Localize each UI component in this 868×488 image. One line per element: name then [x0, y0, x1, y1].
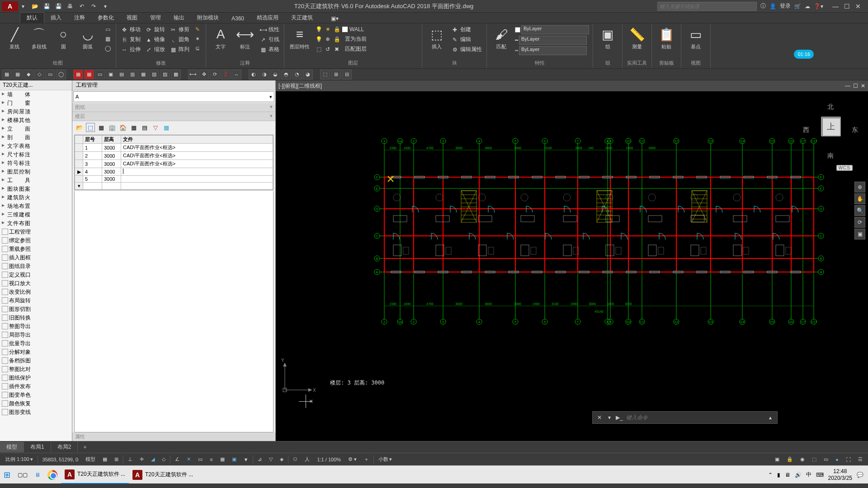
dyninput-icon[interactable]: ▭	[195, 455, 205, 463]
viewcube-east[interactable]: 东	[852, 126, 858, 134]
nav-zoom-icon[interactable]: 🔍	[854, 205, 865, 216]
explode-icon[interactable]: ✶	[193, 35, 202, 43]
autocad-logo-icon[interactable]: A	[2, 1, 18, 11]
table-row[interactable]: 53000	[75, 176, 273, 183]
drawing-section-header[interactable]: 图纸▾	[72, 103, 275, 112]
open-icon[interactable]: 📂	[30, 1, 40, 11]
sidebar-item-2[interactable]: 房间屋顶	[0, 108, 72, 116]
sidebar-subitem-9[interactable]: 图形切割	[0, 305, 72, 314]
tb-icon-18[interactable]: ✥	[199, 70, 209, 80]
tray-up-icon[interactable]: ⌃	[768, 472, 773, 478]
tb-icon-30[interactable]: ⊟	[342, 70, 352, 80]
infocenter-icon[interactable]: ⓘ	[760, 2, 766, 10]
tb-icon-2[interactable]: ▦	[13, 70, 23, 80]
sidebar-subitem-7[interactable]: 改变比例	[0, 288, 72, 296]
group-button[interactable]: ▣组	[597, 25, 618, 51]
floor-section-header[interactable]: 楼层▾	[72, 112, 275, 121]
tb-icon-7[interactable]: ▦	[73, 70, 83, 80]
fillet-button[interactable]: ◟圆角	[169, 35, 190, 44]
tray-clock[interactable]: 12:48 2020/3/25	[828, 468, 852, 481]
tb-icon-12[interactable]: ▥	[127, 70, 137, 80]
leader-button[interactable]: ↗引线	[259, 35, 280, 44]
tab-output[interactable]: 输出	[167, 13, 191, 23]
tb-icon-28[interactable]: ⬚	[320, 70, 330, 80]
sidebar-subitem-6[interactable]: 视口放大	[0, 279, 72, 288]
polar-toggle-icon[interactable]: ✛	[137, 455, 146, 463]
tab-default[interactable]: 默认	[20, 12, 44, 23]
layeriso-icon[interactable]: 💡	[315, 36, 322, 43]
select-floor-icon[interactable]: ⬚	[86, 123, 95, 132]
isodraft-toggle-icon[interactable]: ◢	[148, 455, 157, 463]
sidebar-item-0[interactable]: 墙 体	[0, 90, 72, 99]
cmd-expand-icon[interactable]: ▴	[765, 413, 775, 422]
tb-icon-15[interactable]: ▨	[160, 70, 170, 80]
tb-icon-10[interactable]: ▣	[106, 70, 116, 80]
project-dropdown[interactable]: A▾	[73, 91, 274, 102]
nav-orbit-icon[interactable]: ⟳	[854, 217, 865, 228]
signin-label[interactable]: 登录	[780, 2, 791, 10]
tray-input-icon[interactable]: ⌨	[816, 472, 824, 478]
viewport-maximize-icon[interactable]: ☐	[853, 83, 858, 89]
customize-icon[interactable]: ●	[833, 456, 841, 463]
tb-icon-3[interactable]: ◆	[24, 70, 33, 80]
tab-layout2[interactable]: 布局2	[51, 442, 78, 452]
help-dropdown-icon[interactable]: ❓▾	[814, 3, 823, 9]
hardware-accel-icon[interactable]: ⬚	[809, 455, 819, 463]
sidebar-item-10[interactable]: 工 具	[0, 176, 72, 185]
sidebar-subitem-18[interactable]: 插件发布	[0, 382, 72, 391]
rotate-button[interactable]: ⟳旋转	[144, 25, 166, 34]
layer-match-button[interactable]: 匹配图层	[345, 45, 367, 53]
selection-filter-icon[interactable]: ▽	[266, 455, 275, 463]
tray-notifications-icon[interactable]: 💬	[857, 472, 863, 478]
ortho-toggle-icon[interactable]: ⊥	[125, 455, 135, 463]
insert-block-button[interactable]: ⬚插入	[426, 25, 448, 51]
layer-prev-icon[interactable]: ↺	[324, 46, 331, 53]
sidebar-subitem-14[interactable]: 分解对象	[0, 348, 72, 357]
tray-network-icon[interactable]: 🖥	[785, 472, 790, 478]
tb-icon-6[interactable]: ◯	[56, 70, 66, 80]
tab-layout1[interactable]: 布局1	[24, 442, 51, 452]
tb-icon-23[interactable]: ◑	[259, 70, 269, 80]
text-button[interactable]: A文字	[210, 25, 231, 51]
tb-icon-27[interactable]: ◕	[303, 70, 313, 80]
close-button[interactable]: ✕	[855, 3, 861, 10]
exchange-icon[interactable]: 🛒	[794, 3, 801, 9]
create-block-button[interactable]: ✚创建	[450, 25, 483, 34]
sidebar-subitem-10[interactable]: 旧图转换	[0, 314, 72, 322]
dim-button[interactable]: ⟷标注	[234, 25, 256, 51]
tb-icon-13[interactable]: ▦	[138, 70, 148, 80]
dynamic-ucs-icon[interactable]: ⊿	[255, 455, 264, 463]
move-button[interactable]: ✥移动	[120, 25, 142, 34]
erase-icon[interactable]: ✎	[193, 25, 202, 33]
cmd-close-icon[interactable]: ✕	[594, 413, 604, 422]
fullscreen-icon[interactable]: ⛶	[843, 456, 854, 463]
taskview-button[interactable]: ▢▢	[14, 466, 31, 484]
tb-icon-11[interactable]: ▤	[117, 70, 127, 80]
array-button[interactable]: ▦阵列	[169, 45, 190, 54]
tb-icon-19[interactable]: ⟳	[210, 70, 220, 80]
sidebar-item-7[interactable]: 尺寸标注	[0, 150, 72, 159]
table-row[interactable]: 33000CAD\平面图作业<框选>	[75, 160, 273, 168]
save-icon[interactable]: 💾	[42, 1, 52, 11]
snap-toggle-icon[interactable]: ⊞	[112, 455, 121, 463]
stretch-button[interactable]: ↔拉伸	[120, 45, 142, 54]
sidebar-subitem-16[interactable]: 整图比对	[0, 365, 72, 374]
command-input[interactable]	[624, 414, 765, 421]
lock-ui-icon[interactable]: 🔒	[784, 455, 796, 463]
file-explorer-button[interactable]: 🖥	[31, 466, 44, 484]
sidebar-subitem-21[interactable]: 图形变线	[0, 408, 72, 417]
drawing-viewport[interactable]: 北 南 西 东 上 WCS ⊕ ✋ 🔍 ⟳ ▣ 111a1a2233445566…	[276, 91, 868, 441]
print-icon[interactable]: 🖶	[65, 1, 75, 11]
tab-insert[interactable]: 插入	[44, 13, 68, 23]
new-icon[interactable]: ▾	[18, 1, 28, 11]
tray-battery-icon[interactable]: ▮	[777, 472, 780, 478]
tab-a360[interactable]: A360	[225, 14, 250, 23]
floor-icon-6[interactable]: ▦	[129, 123, 138, 132]
tab-collapse-icon[interactable]: ▣▾	[325, 14, 345, 23]
sidebar-item-5[interactable]: 剖 面	[0, 133, 72, 142]
viewport-minimize-icon[interactable]: —	[845, 83, 850, 89]
tb-icon-4[interactable]: ◇	[34, 70, 44, 80]
tab-model[interactable]: 模型	[0, 442, 24, 452]
sidebar-item-12[interactable]: 建筑防火	[0, 193, 72, 202]
lineweight-combo[interactable]: ━ByLayer	[515, 36, 589, 45]
